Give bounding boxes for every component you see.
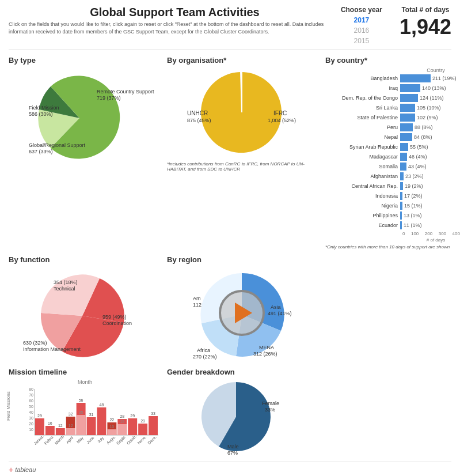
country-name: Afghanistan (325, 173, 400, 179)
country-row[interactable]: Central African Rep.19 (2%) (325, 182, 460, 190)
country-axis-row: 0100200300400 (325, 231, 460, 236)
country-bar[interactable] (400, 202, 402, 210)
country-bar[interactable] (400, 153, 407, 161)
fm-value: 586 (30%) (29, 111, 53, 117)
header-right: Choose year 2017 2016 2015 Total # of da… (341, 6, 451, 46)
country-row[interactable]: Ecuador11 (1%) (325, 221, 460, 229)
country-bar-label: 211 (19%) (432, 75, 457, 81)
timeline-bar-secondary[interactable] (117, 424, 127, 435)
by-org-title: By organisation* (167, 56, 317, 65)
y-tick: 20 (29, 422, 33, 426)
y-tick: 40 (29, 410, 33, 414)
main-grid: By type (9, 53, 451, 250)
country-row[interactable]: Afghanistan23 (2%) (325, 172, 460, 180)
timeline-bar-secondary[interactable] (77, 415, 86, 435)
unhcr-value: 875 (45%) (187, 118, 211, 123)
country-bar-container: 140 (13%) (400, 84, 460, 92)
country-row[interactable]: State of Palestine102 (9%) (325, 114, 460, 122)
country-row[interactable]: Somalia43 (4%) (325, 163, 460, 171)
country-row[interactable]: Peru88 (8%) (325, 123, 460, 131)
timeline-bar[interactable] (45, 426, 55, 435)
am-value: 112 (193, 302, 202, 308)
country-bar[interactable] (400, 104, 415, 112)
country-bar-container: 23 (2%) (400, 172, 460, 180)
bar-value-label: 16 (48, 421, 52, 425)
country-bar-container: 105 (10%) (400, 104, 460, 112)
country-bar[interactable] (400, 74, 431, 82)
grs-label: Global/Regional Support (29, 142, 86, 148)
country-bar-label: 84 (8%) (414, 134, 432, 140)
country-row[interactable]: Nigeria15 (1%) (325, 202, 460, 210)
timeline-bar[interactable] (138, 424, 147, 435)
country-bar-label: 13 (1%) (404, 213, 422, 218)
country-row[interactable]: Indonesia17 (2%) (325, 192, 460, 200)
country-bar[interactable] (400, 123, 413, 131)
male-label: Male (227, 444, 239, 449)
country-bar[interactable] (400, 143, 408, 151)
total-days-value: 1,942 (400, 15, 451, 39)
country-bar[interactable] (400, 192, 402, 200)
country-row[interactable]: Philippines13 (1%) (325, 211, 460, 220)
timeline-bar-secondary[interactable] (107, 429, 116, 435)
timeline-bar[interactable] (149, 416, 158, 435)
timeline-bar[interactable] (56, 428, 65, 435)
country-bar[interactable] (400, 114, 415, 122)
country-bar[interactable] (400, 211, 402, 220)
fm-label: Field Mission (29, 105, 59, 111)
country-bar[interactable] (400, 163, 406, 171)
mission-timeline-section: Mission timeline Month Field Missions 10… (9, 365, 164, 457)
country-bar[interactable] (400, 84, 420, 92)
female-value: 33% (265, 407, 275, 413)
bar-value-label: 28 (120, 414, 124, 418)
country-row[interactable]: Nepal84 (8%) (325, 133, 460, 141)
by-type-title: By type (9, 56, 161, 65)
timeline-bar[interactable] (35, 418, 44, 435)
country-row[interactable]: Madagascar46 (4%) (325, 153, 460, 161)
country-name: Somalia (325, 164, 400, 169)
country-bar[interactable] (400, 133, 412, 141)
timeline-bar[interactable] (97, 407, 107, 435)
country-row[interactable]: Sri Lanka105 (10%) (325, 104, 460, 112)
y-tick: 70 (29, 393, 33, 397)
year-2017[interactable]: 2017 (341, 15, 382, 25)
org-footnote: *Includes contributions from CanRC to IF… (167, 161, 317, 172)
country-bar[interactable] (400, 172, 404, 180)
bar-value-label: 48 (100, 403, 104, 407)
by-function-title: By function (9, 255, 161, 264)
page-title: Global Support Team Activities (9, 6, 341, 19)
country-row[interactable]: Dem. Rep. of the Congo124 (11%) (325, 94, 460, 102)
dashboard: Global Support Team Activities Click on … (0, 0, 460, 476)
country-bar-label: 43 (4%) (408, 164, 427, 169)
bar-value-label: 56 (79, 398, 83, 402)
country-bar-label: 88 (8%) (415, 124, 433, 130)
country-bar[interactable] (400, 221, 402, 229)
unhcr-label: UNHCR (187, 110, 208, 116)
bar-value-label-secondary: 35 (79, 410, 83, 414)
timeline-bar-secondary[interactable] (66, 428, 75, 435)
timeline-bar[interactable] (87, 417, 96, 435)
axis-tick: 400 (453, 231, 460, 236)
country-bar[interactable] (400, 182, 403, 190)
year-2015[interactable]: 2015 (341, 36, 382, 46)
country-bar-container: 43 (4%) (400, 163, 460, 171)
by-organisation-section: By organisation* UNHCR 875 (45%) (164, 53, 320, 250)
y-axis-label: Field Missions (6, 391, 11, 421)
country-bar[interactable] (400, 94, 418, 102)
country-bar-container: 88 (8%) (400, 123, 460, 131)
timeline-bar[interactable] (128, 418, 137, 435)
tableau-plus-icon: + (9, 465, 13, 474)
month-label: Augu. (106, 435, 117, 445)
country-row[interactable]: Syrian Arab Republic55 (5%) (325, 143, 460, 151)
asia-value: 491 (41%) (268, 311, 292, 316)
country-row[interactable]: Bangladesh211 (19%) (325, 74, 460, 82)
country-name: Central African Rep. (325, 183, 400, 189)
bar-value-label: 20 (140, 419, 145, 423)
country-row[interactable]: Iraq140 (13%) (325, 84, 460, 92)
play-button[interactable] (219, 290, 265, 336)
type-pie-svg: Remote Country Support 719 (37%) Field M… (28, 69, 143, 158)
by-type-section: By type (9, 53, 164, 250)
year-2016[interactable]: 2016 (341, 25, 382, 36)
axis-tick: 300 (439, 231, 446, 236)
asia-label: Asia (271, 304, 281, 310)
country-bar-label: 19 (2%) (405, 183, 423, 189)
